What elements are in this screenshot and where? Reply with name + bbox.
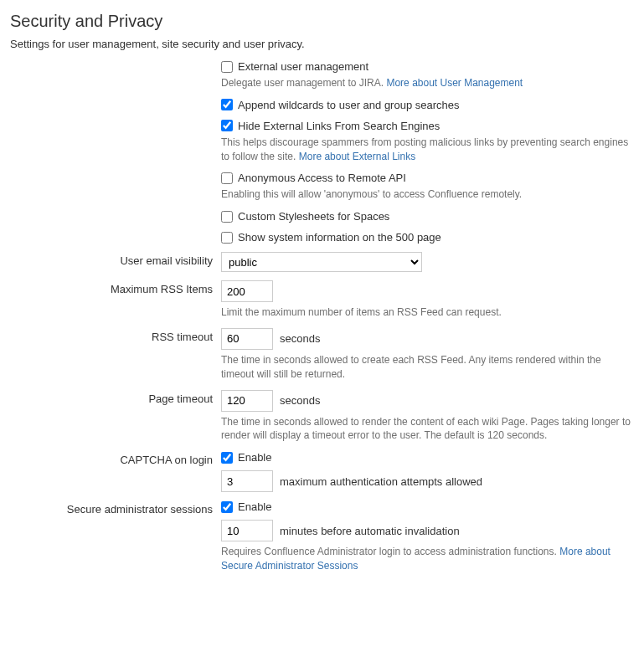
settings-form: External user management Delegate user m…: [10, 60, 634, 573]
append-wildcards-label: Append wildcards to user and group searc…: [238, 99, 460, 111]
max-rss-items-help: Limit the maximum number of items an RSS…: [221, 305, 634, 320]
anonymous-remote-api-help: Enabling this will allow 'anonymous' to …: [221, 187, 634, 202]
security-privacy-page: Security and Privacy Settings for user m…: [0, 0, 644, 590]
external-links-link[interactable]: More about External Links: [299, 151, 415, 162]
show-system-info-500-checkbox[interactable]: [221, 232, 233, 244]
page-timeout-input[interactable]: [221, 390, 273, 412]
secure-admin-enable-checkbox[interactable]: [221, 501, 233, 513]
page-timeout-label: Page timeout: [10, 390, 221, 405]
secure-admin-help: Requires Confluence Administrator login …: [221, 545, 634, 573]
max-rss-items-label: Maximum RSS Items: [10, 280, 221, 295]
rss-timeout-input[interactable]: [221, 328, 273, 350]
append-wildcards-checkbox[interactable]: [221, 99, 233, 110]
secure-admin-minutes-input[interactable]: [221, 520, 273, 541]
external-user-management-label: External user management: [238, 60, 368, 73]
rss-timeout-help: The time in seconds allowed to create ea…: [221, 353, 634, 382]
show-system-info-500-label: Show system information on the 500 page: [238, 231, 441, 244]
page-title: Security and Privacy: [10, 12, 634, 31]
custom-stylesheets-checkbox[interactable]: [221, 211, 233, 223]
user-management-link[interactable]: More about User Management: [386, 77, 523, 89]
captcha-enable-label: Enable: [238, 451, 271, 464]
captcha-attempts-input[interactable]: [221, 470, 273, 492]
rss-timeout-unit: seconds: [280, 332, 320, 345]
page-timeout-help: The time in seconds allowed to render th…: [221, 415, 634, 444]
secure-admin-minutes-unit: minutes before automatic invalidation: [280, 525, 460, 537]
hide-external-links-help: This helps discourage spammers from post…: [221, 136, 634, 164]
custom-stylesheets-label: Custom Stylesheets for Spaces: [238, 210, 389, 223]
captcha-enable-checkbox[interactable]: [221, 452, 233, 464]
email-visibility-label: User email visibility: [10, 252, 221, 267]
anonymous-remote-api-label: Anonymous Access to Remote API: [238, 172, 406, 184]
hide-external-links-checkbox[interactable]: [221, 120, 233, 131]
external-user-management-checkbox[interactable]: [221, 61, 233, 73]
rss-timeout-label: RSS timeout: [10, 328, 221, 343]
email-visibility-select[interactable]: public: [221, 252, 422, 272]
secure-admin-enable-label: Enable: [238, 500, 271, 513]
captcha-attempts-unit: maximum authentication attempts allowed: [280, 475, 482, 488]
page-timeout-unit: seconds: [280, 394, 320, 407]
external-user-management-help: Delegate user management to JIRA. More a…: [221, 76, 634, 90]
page-description: Settings for user management, site secur…: [10, 38, 634, 50]
secure-admin-label: Secure administrator sessions: [10, 500, 221, 516]
hide-external-links-label: Hide External Links From Search Engines: [238, 120, 440, 132]
max-rss-items-input[interactable]: [221, 280, 273, 302]
captcha-label: CAPTCHA on login: [10, 451, 221, 466]
anonymous-remote-api-checkbox[interactable]: [221, 172, 233, 184]
